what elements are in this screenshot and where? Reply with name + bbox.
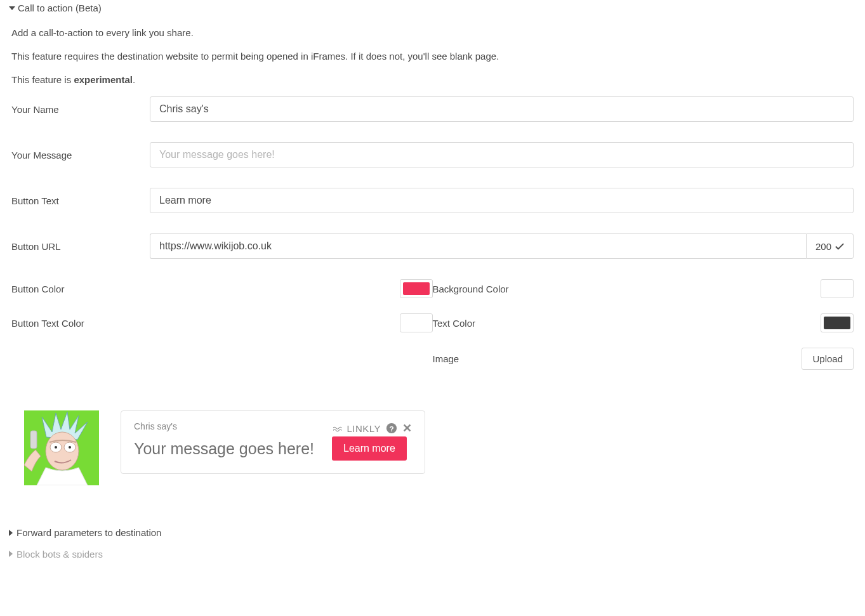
cta-preview-name: Chris say's [134, 421, 177, 431]
svg-point-6 [69, 446, 71, 449]
url-status: 200 [806, 233, 854, 259]
url-status-code: 200 [815, 241, 831, 252]
caret-right-icon [9, 530, 13, 536]
cta-brand: LINKLY [333, 423, 381, 434]
swatch-button-color[interactable] [400, 279, 433, 298]
label-button-url: Button URL [11, 233, 150, 259]
cta-preview-button[interactable]: Learn more [332, 436, 407, 461]
section-block-bots[interactable]: Block bots & spiders [9, 549, 854, 558]
label-button-text-color: Button Text Color [11, 318, 400, 329]
input-your-name[interactable] [150, 96, 854, 122]
swatch-text-color[interactable] [821, 313, 854, 332]
svg-text:?: ? [389, 424, 393, 433]
caret-right-icon [9, 551, 13, 557]
cta-preview-message: Your message goes here! [134, 440, 314, 458]
swatch-background-color[interactable] [821, 279, 854, 298]
close-icon[interactable]: ✕ [402, 423, 412, 434]
wave-icon [333, 424, 343, 432]
section-title: Call to action (Beta) [18, 3, 102, 13]
check-icon [835, 243, 844, 250]
caret-down-icon [9, 6, 15, 10]
label-background-color: Background Color [433, 284, 821, 294]
description-2: This feature requires the destination we… [11, 49, 854, 63]
label-button-text: Button Text [11, 188, 150, 213]
cta-preview-card: Chris say's LINKLY [121, 410, 425, 474]
label-your-name: Your Name [11, 96, 150, 122]
avatar [24, 410, 99, 485]
label-image: Image [433, 353, 802, 364]
label-button-color: Button Color [11, 284, 400, 294]
description-1: Add a call-to-action to every link you s… [11, 26, 854, 39]
section-block-bots-label: Block bots & spiders [17, 549, 103, 558]
section-forward-params-label: Forward parameters to destination [17, 527, 161, 538]
svg-point-5 [55, 446, 57, 449]
swatch-button-text-color[interactable] [400, 313, 433, 332]
label-text-color: Text Color [433, 318, 821, 329]
section-header-cta[interactable]: Call to action (Beta) [9, 0, 854, 20]
svg-rect-7 [30, 431, 37, 449]
section-forward-params[interactable]: Forward parameters to destination [9, 523, 854, 542]
input-your-message[interactable] [150, 142, 854, 167]
description-3: This feature is experimental. [11, 73, 854, 86]
input-button-url[interactable] [150, 233, 806, 259]
upload-button[interactable]: Upload [802, 348, 854, 370]
label-your-message: Your Message [11, 142, 150, 167]
help-icon[interactable]: ? [386, 423, 397, 434]
input-button-text[interactable] [150, 188, 854, 213]
